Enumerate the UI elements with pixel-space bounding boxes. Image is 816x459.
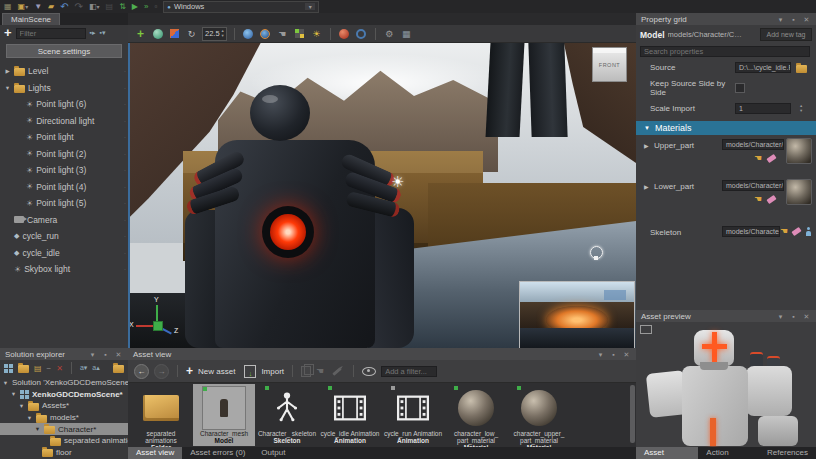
- open-in-explorer-icon[interactable]: [113, 365, 124, 373]
- restart-icon[interactable]: »: [144, 1, 148, 13]
- source-value-field[interactable]: D:\...\cycle_idle.FBX: [735, 62, 791, 73]
- undo-icon[interactable]: ↶: [60, 1, 68, 13]
- tree-item-lights[interactable]: ▼ Lights ∙: [0, 80, 128, 97]
- expander-icon[interactable]: ▼: [2, 380, 9, 386]
- asset-tile-character-low-material[interactable]: character_low_ part_material Material: [445, 384, 507, 446]
- dock-menu-icon[interactable]: ▾: [776, 14, 785, 25]
- solution-item-project[interactable]: ▼ XenkoGDCDemoScene*: [0, 389, 128, 401]
- render-mode-icon[interactable]: [338, 27, 351, 40]
- expander-icon[interactable]: ▼: [644, 125, 650, 131]
- sort-type-icon[interactable]: a▴: [92, 364, 99, 372]
- tree-item-point-light-4[interactable]: ☀ Point light (4) ∙: [0, 179, 128, 196]
- asset-tile-character-skeleton[interactable]: Character_ skeleton Skeleton: [256, 384, 318, 446]
- clear-eraser-icon[interactable]: [766, 154, 776, 163]
- open-project-icon[interactable]: ▣▾: [18, 1, 29, 13]
- edit-tool-icon[interactable]: ◧▾: [89, 1, 100, 13]
- close-icon[interactable]: ✕: [622, 349, 631, 360]
- solution-item-solution[interactable]: ▼ Solution 'XenkoGDCDemoScene*': [0, 377, 128, 389]
- hierarchy-filter-input[interactable]: [16, 28, 86, 39]
- expander-icon[interactable]: ▼: [34, 426, 41, 432]
- tree-item-cycle-run[interactable]: ◆ cycle_run ∙: [0, 228, 128, 245]
- tree-item-skybox-light[interactable]: ☀ Skybox light ∙: [0, 261, 128, 278]
- add-new-tag-button[interactable]: Add new tag: [760, 28, 812, 41]
- tree-item-camera[interactable]: Camera ∙: [0, 212, 128, 229]
- dock-menu-icon[interactable]: ▾: [88, 349, 97, 360]
- platform-select[interactable]: ● Windows ▾: [163, 1, 319, 13]
- rotation-snap-input[interactable]: 22.5 ▴▾: [202, 27, 227, 41]
- solution-item-assets[interactable]: ▼ Assets*: [0, 400, 128, 412]
- asset-tile-character-upper-material[interactable]: character_upper_ part_material Material: [508, 384, 570, 446]
- picker-hand-icon[interactable]: ☚: [754, 195, 762, 204]
- navigation-preview-icon[interactable]: [355, 27, 368, 40]
- asset-tile-character-mesh[interactable]: Character_mesh Model: [193, 384, 255, 446]
- add-entity-button[interactable]: +: [4, 27, 12, 39]
- back-button[interactable]: ←: [134, 364, 149, 379]
- pin-icon[interactable]: ▪: [789, 14, 798, 25]
- new-asset-button[interactable]: New asset: [198, 367, 235, 376]
- assets-folder-icon[interactable]: ▰: [48, 1, 54, 13]
- materials-section-header[interactable]: ▼ Materials: [636, 121, 816, 135]
- solution-item-models[interactable]: ▼ models*: [0, 412, 128, 424]
- dock-menu-icon[interactable]: ▾: [776, 311, 785, 322]
- expander-icon[interactable]: ▼: [4, 85, 11, 91]
- live-scripting-icon[interactable]: ⇅: [119, 1, 126, 13]
- solution-item-floor[interactable]: floor: [0, 447, 128, 459]
- pin-icon[interactable]: ▪: [101, 349, 110, 360]
- preview-display-icon[interactable]: [640, 325, 652, 334]
- scene-viewport[interactable]: ☀ FRONT X Y Z: [128, 43, 636, 348]
- material-value-field[interactable]: models/Character/cha: [722, 139, 784, 150]
- tab-references[interactable]: References: [759, 447, 816, 459]
- snap-spinner[interactable]: ▴▾: [222, 29, 224, 38]
- add-folder-icon[interactable]: [18, 365, 29, 373]
- app-menu-icon[interactable]: ▦: [4, 1, 12, 13]
- asset-grid-scrollbar[interactable]: [630, 385, 635, 443]
- keep-source-checkbox[interactable]: [735, 83, 745, 93]
- add-entity-icon[interactable]: +: [134, 27, 147, 40]
- save-icon[interactable]: ▼: [34, 1, 42, 13]
- material-value-field[interactable]: models/Character/cha: [722, 180, 784, 191]
- asset-filter-input[interactable]: [381, 366, 437, 377]
- delete-icon[interactable]: ✕: [56, 364, 63, 373]
- coordinate-space-icon[interactable]: [242, 27, 255, 40]
- play-icon[interactable]: ▶: [132, 1, 138, 13]
- expander-icon[interactable]: ▶: [644, 142, 649, 149]
- solution-item-character[interactable]: ▼ Character*: [0, 423, 128, 435]
- tree-item-level[interactable]: ▶ Level ∙: [0, 63, 128, 80]
- asset-tile-cycle-idle[interactable]: cycle_idle Animation Animation: [319, 384, 381, 446]
- picker-hand-icon[interactable]: ☚: [754, 154, 762, 163]
- redo-icon[interactable]: ↷: [75, 1, 83, 13]
- selection-mask-icon[interactable]: ☚: [276, 27, 289, 40]
- close-icon[interactable]: ✕: [802, 14, 811, 25]
- translation-gizmo-icon[interactable]: [151, 27, 164, 40]
- tree-item-point-light-3[interactable]: ☀ Point light (3) ∙: [0, 162, 128, 179]
- scale-gizmo-icon[interactable]: [168, 27, 181, 40]
- dock-menu-icon[interactable]: ▾: [596, 349, 605, 360]
- tree-item-directional-light[interactable]: ☀ Directional light ∙: [0, 113, 128, 130]
- tab-asset-view[interactable]: Asset view: [128, 447, 182, 459]
- tree-item-point-light-5[interactable]: ☀ Point light (5) ∙: [0, 195, 128, 212]
- picker-hand-icon[interactable]: ☚: [780, 227, 788, 236]
- tree-item-cycle-idle[interactable]: ◆ cycle_idle ∙: [0, 245, 128, 262]
- material-thumbnail[interactable]: [786, 138, 812, 164]
- navigation-cube[interactable]: FRONT: [592, 47, 627, 82]
- remove-icon[interactable]: −: [47, 364, 52, 373]
- close-icon[interactable]: ✕: [802, 311, 811, 322]
- tab-asset-preview[interactable]: Asset preview: [636, 447, 698, 459]
- tree-item-point-light[interactable]: ☀ Point light ∙: [0, 129, 128, 146]
- skeleton-picker-icon[interactable]: [805, 227, 812, 236]
- view-options-eye-icon[interactable]: [362, 367, 376, 376]
- add-item-icon[interactable]: ▤: [34, 364, 42, 373]
- game-settings-icon[interactable]: ⚙: [383, 27, 396, 40]
- point-light-gizmo-icon[interactable]: ☀: [391, 173, 404, 191]
- expander-icon[interactable]: ▼: [26, 415, 33, 421]
- tree-item-point-light-2[interactable]: ☀ Point light (2) ∙: [0, 146, 128, 163]
- forward-button[interactable]: →: [154, 364, 169, 379]
- sort-alpha-icon[interactable]: a▾: [80, 364, 87, 372]
- rotation-gizmo-icon[interactable]: ↻: [185, 27, 198, 40]
- preview-viewport[interactable]: [636, 322, 816, 447]
- close-icon[interactable]: ✕: [114, 349, 123, 360]
- tab-asset-errors[interactable]: Asset errors (0): [182, 447, 253, 459]
- expander-icon[interactable]: ▶: [4, 68, 11, 74]
- import-icon[interactable]: ↓: [244, 365, 256, 378]
- new-asset-plus-icon[interactable]: +: [186, 364, 193, 378]
